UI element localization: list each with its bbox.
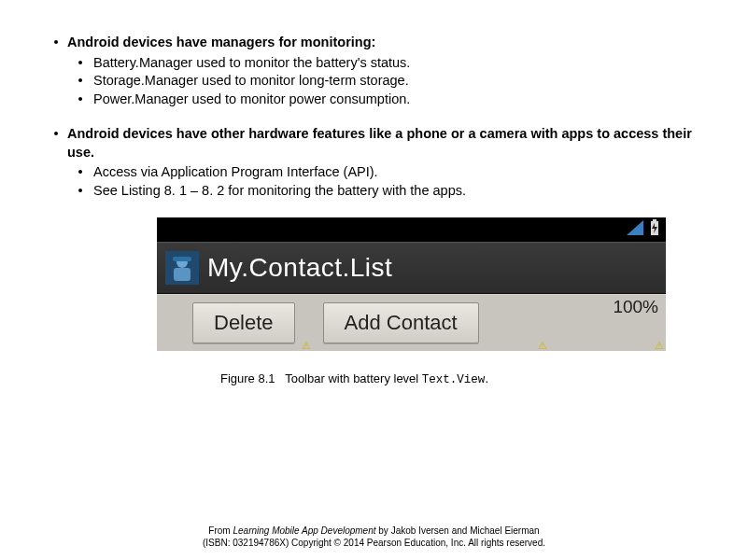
svg-marker-0: [627, 220, 643, 235]
warning-icon: ⚠: [655, 340, 664, 352]
footer-pre: From: [208, 525, 233, 536]
footer-line-1: From Learning Mobile App Development by …: [0, 525, 748, 537]
slide-page: • Android devices have managers for moni…: [0, 0, 748, 560]
bullet-1-sublist: • Battery.Manager used to monitor the ba…: [67, 54, 703, 109]
caption-text: Toolbar with battery level: [285, 371, 418, 385]
sub-bullet-text: Battery.Manager used to monitor the batt…: [93, 54, 703, 73]
sub-bullet-text: Access via Application Program Interface…: [93, 163, 703, 182]
delete-button[interactable]: Delete: [192, 302, 295, 343]
caption-code: Text.View: [422, 373, 486, 386]
svg-rect-2: [653, 219, 656, 221]
bullet-dot-icon: •: [67, 91, 93, 109]
bullet-1-content: Android devices have managers for monito…: [67, 34, 703, 108]
bullet-dot-icon: •: [45, 125, 67, 200]
bullet-dot-icon: •: [67, 163, 93, 182]
sub-bullet: • Battery.Manager used to monitor the ba…: [67, 54, 703, 73]
figure-8-1: My.Contact.List Delete Add Contact 100% …: [157, 217, 703, 386]
footer-authors: by Jakob Iversen and Michael Eierman: [376, 525, 540, 536]
sub-bullet: • Access via Application Program Interfa…: [67, 163, 703, 182]
sub-bullet-text: Power.Manager used to monitor power cons…: [93, 91, 703, 109]
caption-label: Figure 8.1: [220, 371, 275, 385]
sub-bullet: • Storage.Manager used to monitor long-t…: [67, 72, 703, 91]
bullet-dot-icon: •: [67, 182, 93, 201]
warning-icon: ⚠: [302, 340, 311, 352]
footer-book-title: Learning Mobile App Development: [233, 525, 375, 536]
sub-bullet-text: Storage.Manager used to monitor long-ter…: [93, 72, 703, 91]
slide-footer: From Learning Mobile App Development by …: [0, 525, 748, 549]
figure-caption: Figure 8.1 Toolbar with battery level Te…: [220, 371, 703, 386]
bullet-2: • Android devices have other hardware fe…: [45, 125, 703, 200]
caption-period: .: [485, 371, 488, 385]
bullet-1: • Android devices have managers for moni…: [45, 34, 703, 108]
android-status-bar: [157, 217, 666, 242]
android-toolbar: Delete Add Contact 100% ⚠ ⚠ ⚠: [157, 294, 666, 351]
bullet-dot-icon: •: [67, 72, 93, 91]
android-title-bar: My.Contact.List: [157, 242, 666, 294]
sub-bullet: • See Listing 8. 1 – 8. 2 for monitoring…: [67, 182, 703, 201]
battery-charge-icon: [649, 219, 660, 240]
footer-line-2: (ISBN: 032194786X) Copyright © 2014 Pear…: [0, 537, 748, 549]
svg-rect-7: [173, 257, 191, 261]
warning-icon: ⚠: [538, 340, 547, 352]
android-screenshot: My.Contact.List Delete Add Contact 100% …: [157, 217, 666, 351]
battery-percentage-text: 100%: [613, 297, 658, 317]
app-title: My.Contact.List: [207, 253, 392, 283]
bullet-2-content: Android devices have other hardware feat…: [67, 125, 703, 200]
bullet-2-head: Android devices have other hardware feat…: [67, 126, 692, 160]
svg-rect-6: [174, 268, 191, 281]
bullet-1-head: Android devices have managers for monito…: [67, 35, 375, 49]
sub-bullet-text: See Listing 8. 1 – 8. 2 for monitoring t…: [93, 182, 703, 201]
app-icon: [164, 250, 200, 286]
bullet-dot-icon: •: [67, 54, 93, 73]
add-contact-button[interactable]: Add Contact: [323, 302, 479, 343]
signal-icon: [627, 220, 643, 239]
sub-bullet: • Power.Manager used to monitor power co…: [67, 91, 703, 109]
bullet-dot-icon: •: [45, 34, 67, 108]
bullet-2-sublist: • Access via Application Program Interfa…: [67, 163, 703, 200]
